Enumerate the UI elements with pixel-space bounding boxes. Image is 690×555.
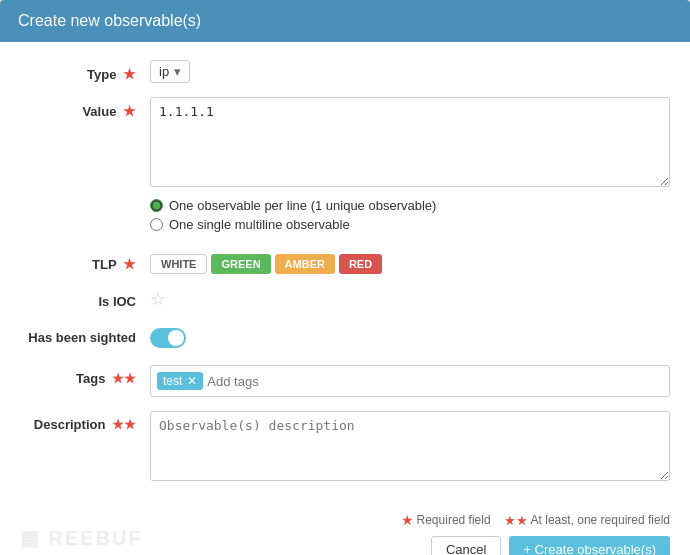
radio-group: One observable per line (1 unique observ… bbox=[150, 198, 670, 232]
description-control-wrap bbox=[150, 411, 670, 484]
value-label: Value ★ bbox=[20, 97, 150, 119]
footer-right: ★ Required field ★★ At least, one requir… bbox=[398, 512, 670, 555]
type-value: ip bbox=[159, 64, 169, 79]
type-label: Type ★ bbox=[20, 60, 150, 82]
watermark-area: ▦ REEBUF bbox=[20, 526, 143, 550]
value-required-star: ★ bbox=[123, 103, 136, 119]
legend-required-text: Required field bbox=[417, 513, 491, 527]
tlp-label: TLP ★ bbox=[20, 250, 150, 272]
tag-test: test ✕ bbox=[157, 372, 203, 390]
tlp-white-button[interactable]: WHITE bbox=[150, 254, 207, 274]
sighted-control-wrap bbox=[150, 324, 670, 351]
value-row: Value ★ 1.1.1.1 One observable per line … bbox=[20, 97, 670, 236]
value-textarea[interactable]: 1.1.1.1 bbox=[150, 97, 670, 187]
type-dropdown[interactable]: ip ▾ bbox=[150, 60, 190, 83]
tlp-amber-button[interactable]: AMBER bbox=[275, 254, 335, 274]
tlp-group: WHITE GREEN AMBER RED bbox=[150, 250, 670, 274]
ioc-label: Is IOC bbox=[20, 288, 150, 309]
ioc-row: Is IOC ☆ bbox=[20, 288, 670, 310]
type-row: Type ★ ip ▾ bbox=[20, 60, 670, 83]
tlp-red-button[interactable]: RED bbox=[339, 254, 382, 274]
sighted-toggle[interactable] bbox=[150, 328, 186, 348]
tag-test-label: test bbox=[163, 374, 182, 388]
type-control-wrap: ip ▾ bbox=[150, 60, 670, 83]
description-double-star: ★★ bbox=[112, 417, 136, 432]
legend-atleast-item: ★★ At least, one required field bbox=[501, 513, 670, 528]
radio-multiline-label: One single multiline observable bbox=[169, 217, 350, 232]
legend-double-star: ★★ bbox=[504, 513, 528, 528]
type-caret-icon: ▾ bbox=[174, 64, 181, 79]
radio-multiline-input[interactable] bbox=[150, 218, 163, 231]
tags-input-container[interactable]: test ✕ bbox=[150, 365, 670, 397]
description-textarea[interactable] bbox=[150, 411, 670, 481]
footer-actions: Cancel + Create observable(s) bbox=[431, 536, 670, 555]
create-observable-modal: Create new observable(s) Type ★ ip ▾ Val… bbox=[0, 0, 690, 555]
tags-label: Tags ★★ bbox=[20, 365, 150, 386]
description-label: Description ★★ bbox=[20, 411, 150, 432]
tags-control-wrap: test ✕ bbox=[150, 365, 670, 397]
radio-per-line-input[interactable] bbox=[150, 199, 163, 212]
tags-row: Tags ★★ test ✕ bbox=[20, 365, 670, 397]
radio-per-line-label: One observable per line (1 unique observ… bbox=[169, 198, 436, 213]
legend-star: ★ bbox=[401, 512, 414, 528]
modal-body: Type ★ ip ▾ Value ★ 1.1.1.1 bbox=[0, 42, 690, 508]
tlp-green-button[interactable]: GREEN bbox=[211, 254, 270, 274]
ioc-star-icon[interactable]: ☆ bbox=[150, 286, 166, 309]
legend-required-item: ★ Required field bbox=[398, 512, 491, 528]
tag-test-remove[interactable]: ✕ bbox=[187, 374, 197, 388]
radio-option-multiline[interactable]: One single multiline observable bbox=[150, 217, 670, 232]
tlp-required-star: ★ bbox=[123, 256, 136, 272]
create-observable-button[interactable]: + Create observable(s) bbox=[509, 536, 670, 555]
ioc-control-wrap: ☆ bbox=[150, 288, 670, 310]
modal-title: Create new observable(s) bbox=[18, 12, 201, 29]
legend-atleast-text: At least, one required field bbox=[531, 513, 670, 527]
footer-legend: ★ Required field ★★ At least, one requir… bbox=[398, 512, 670, 528]
watermark-text: ▦ REEBUF bbox=[20, 526, 143, 550]
tags-double-star: ★★ bbox=[112, 371, 136, 386]
sighted-label: Has been sighted bbox=[20, 324, 150, 345]
cancel-button[interactable]: Cancel bbox=[431, 536, 501, 555]
value-control-wrap: 1.1.1.1 One observable per line (1 uniqu… bbox=[150, 97, 670, 236]
description-row: Description ★★ bbox=[20, 411, 670, 484]
radio-option-per-line[interactable]: One observable per line (1 unique observ… bbox=[150, 198, 670, 213]
sighted-row: Has been sighted bbox=[20, 324, 670, 351]
tags-input-field[interactable] bbox=[207, 374, 663, 389]
modal-footer-area: ▦ REEBUF ★ Required field ★★ At least, o… bbox=[0, 508, 690, 555]
tlp-row: TLP ★ WHITE GREEN AMBER RED bbox=[20, 250, 670, 274]
tlp-control-wrap: WHITE GREEN AMBER RED bbox=[150, 250, 670, 274]
type-required-star: ★ bbox=[123, 66, 136, 82]
modal-header: Create new observable(s) bbox=[0, 0, 690, 42]
